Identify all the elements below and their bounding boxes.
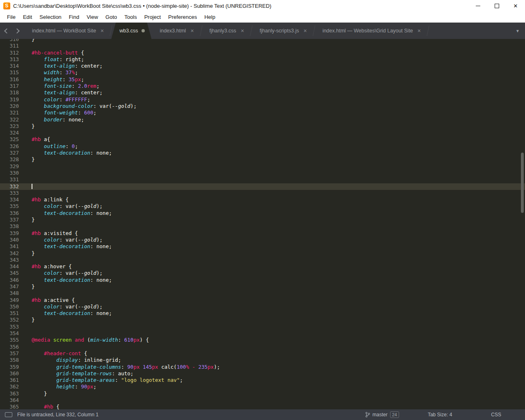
code-line-319[interactable]: 319 color: #FFFFFF; [0, 96, 525, 103]
code-line-348[interactable]: 348 [0, 290, 525, 297]
code-line-328[interactable]: 328} [0, 156, 525, 163]
code-line-320[interactable]: 320 background-color: var(--gold); [0, 103, 525, 110]
code-line-315[interactable]: 315 width: 37%; [0, 69, 525, 76]
git-branch-indicator[interactable]: master 24 [365, 411, 399, 418]
code-line-331[interactable]: 331 [0, 176, 525, 183]
tab-wb3.css[interactable]: wb3.css [111, 23, 151, 39]
code-line-341[interactable]: 341 text-decoration: none; [0, 243, 525, 250]
code-line-335[interactable]: 335 color: var(--gold); [0, 203, 525, 210]
code-line-318[interactable]: 318 text-align: center; [0, 89, 525, 96]
code-line-356[interactable]: 356 [0, 344, 525, 350]
menu-preferences[interactable]: Preferences [164, 12, 201, 22]
code-line-362[interactable]: 362 height: 90px; [0, 383, 525, 390]
menu-bar: FileEditSelectionFindViewGotoToolsProjec… [0, 11, 525, 23]
code-line-365[interactable]: 365 #hb { [0, 404, 525, 409]
code-line-338[interactable]: 338 [0, 223, 525, 230]
code-line-323[interactable]: 323} [0, 123, 525, 130]
code-line-329[interactable]: 329 [0, 163, 525, 170]
code-line-325[interactable]: 325#hb a{ [0, 136, 525, 143]
tab-index.html-workboot-site[interactable]: index.html — WorkBoot Site× [24, 23, 111, 39]
code-line-314[interactable]: 314 text-align: center; [0, 63, 525, 69]
code-text: #hb a:link { [19, 196, 68, 203]
tab-close-icon[interactable]: × [100, 28, 105, 34]
code-line-350[interactable]: 350 color: var(--gold); [0, 304, 525, 310]
code-line-343[interactable]: 343 [0, 257, 525, 263]
code-line-321[interactable]: 321 font-weight: 600; [0, 110, 525, 116]
code-line-358[interactable]: 358 display: inline-grid; [0, 357, 525, 363]
menu-project[interactable]: Project [141, 12, 164, 22]
code-line-360[interactable]: 360 grid-template-rows: auto; [0, 370, 525, 377]
code-line-316[interactable]: 316 height: 35px; [0, 76, 525, 83]
code-line-361[interactable]: 361 grid-template-areas: "logo logotext … [0, 377, 525, 383]
menu-find[interactable]: Find [65, 12, 83, 22]
code-line-346[interactable]: 346 text-decoration: none; [0, 277, 525, 283]
menu-file[interactable]: File [3, 12, 19, 22]
forward-arrow-icon[interactable] [14, 28, 20, 34]
tab-size-indicator[interactable]: Tab Size: 4 [428, 412, 452, 418]
code-line-363[interactable]: 363 } [0, 390, 525, 397]
code-line-333[interactable]: 333 [0, 190, 525, 196]
code-line-364[interactable]: 364 [0, 397, 525, 404]
tab-close-icon[interactable]: × [417, 28, 422, 34]
tab-close-icon[interactable]: × [303, 28, 308, 34]
code-line-355[interactable]: 355@media screen and (min-width: 610px) … [0, 337, 525, 343]
menu-tools[interactable]: Tools [121, 12, 140, 22]
tab-index.html-websites-grid-layout-site[interactable]: index.html — Websites\Grid Layout Site× [314, 23, 428, 39]
line-number: 355 [0, 337, 19, 343]
code-line-344[interactable]: 344#hb a:hover { [0, 263, 525, 270]
line-number: 356 [0, 344, 19, 350]
sublime-logo-icon: S [3, 2, 10, 9]
menu-view[interactable]: View [83, 12, 102, 22]
code-line-342[interactable]: 342} [0, 250, 525, 257]
status-panel-icon[interactable] [5, 412, 12, 417]
code-line-336[interactable]: 336 text-decoration: none; [0, 210, 525, 217]
vertical-scrollbar[interactable] [521, 153, 524, 213]
menu-help[interactable]: Help [201, 12, 219, 22]
tab-fjhanly-scripts3.js[interactable]: fjhanly-scripts3.js× [251, 23, 314, 39]
code-line-326[interactable]: 326 outline: 0; [0, 143, 525, 150]
menu-edit[interactable]: Edit [19, 12, 36, 22]
code-line-353[interactable]: 353 [0, 324, 525, 330]
tab-overflow-button[interactable]: ▼ [510, 23, 525, 39]
back-arrow-icon[interactable] [4, 28, 9, 34]
code-line-330[interactable]: 330 [0, 170, 525, 176]
tab-index3.html[interactable]: index3.html× [151, 23, 201, 39]
dirty-dot-icon[interactable] [142, 29, 145, 32]
code-line-310[interactable]: 310} [0, 39, 525, 43]
code-line-349[interactable]: 349#hb a:active { [0, 297, 525, 304]
code-text: text-decoration: none; [19, 243, 112, 250]
tab-close-icon[interactable]: × [189, 28, 194, 34]
code-line-351[interactable]: 351 text-decoration: none; [0, 310, 525, 317]
close-button[interactable]: ✕ [506, 0, 525, 11]
status-left: File is untracked, Line 332, Column 1 [5, 412, 98, 418]
code-line-332[interactable]: 332 [0, 183, 525, 190]
code-line-337[interactable]: 337} [0, 217, 525, 223]
line-number: 321 [0, 110, 19, 116]
code-line-317[interactable]: 317 font-size: 2.0rem; [0, 83, 525, 89]
code-line-340[interactable]: 340 color: var(--gold); [0, 237, 525, 243]
minimize-button[interactable] [468, 0, 487, 11]
code-line-311[interactable]: 311 [0, 43, 525, 49]
code-line-334[interactable]: 334#hb a:link { [0, 196, 525, 203]
code-line-327[interactable]: 327 text-decoration: none; [0, 150, 525, 156]
code-line-359[interactable]: 359 grid-template-columns: 90px 145px ca… [0, 364, 525, 370]
code-line-352[interactable]: 352} [0, 317, 525, 323]
maximize-button[interactable] [487, 0, 506, 11]
syntax-indicator[interactable]: CSS [491, 412, 501, 418]
tab-fjhanly3.css[interactable]: fjhanly3.css× [201, 23, 252, 39]
code-line-357[interactable]: 357 #header-cont { [0, 350, 525, 357]
code-line-339[interactable]: 339#hb a:visited { [0, 230, 525, 237]
tab-close-icon[interactable]: × [240, 28, 245, 34]
code-line-313[interactable]: 313 float: right; [0, 56, 525, 63]
code-line-354[interactable]: 354 [0, 330, 525, 337]
code-line-324[interactable]: 324 [0, 130, 525, 136]
line-number: 358 [0, 357, 19, 363]
code-line-347[interactable]: 347} [0, 283, 525, 290]
code-area[interactable]: 310}311312#hb-cancel-butt {313 float: ri… [0, 39, 525, 409]
code-line-312[interactable]: 312#hb-cancel-butt { [0, 50, 525, 56]
menu-goto[interactable]: Goto [102, 12, 121, 22]
menu-selection[interactable]: Selection [36, 12, 65, 22]
editor[interactable]: 310}311312#hb-cancel-butt {313 float: ri… [0, 39, 525, 409]
code-line-345[interactable]: 345 color: var(--gold); [0, 270, 525, 276]
code-line-322[interactable]: 322 border: none; [0, 116, 525, 123]
